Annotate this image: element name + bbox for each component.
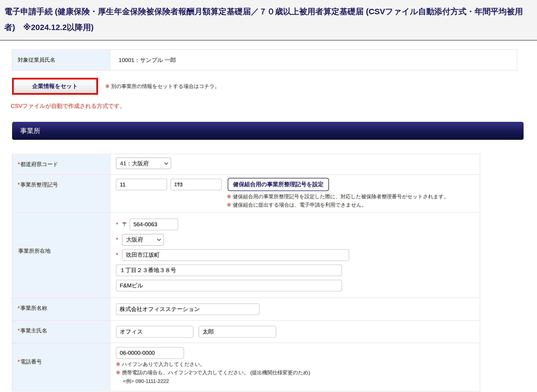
note-asterisk-mark: ※ <box>105 83 110 89</box>
required-mark: * <box>18 359 20 365</box>
employee-name-cell: 10001：サンプル 一郎 <box>110 50 517 70</box>
prefecture-code-select[interactable]: 41：大阪府 <box>116 157 171 169</box>
chevron-down-icon <box>157 237 161 241</box>
section-title: 事業所 <box>20 126 40 135</box>
highlight-frame: 企業情報をセット <box>12 78 98 95</box>
page-title: 電子申請手続 (健康保険・厚生年金保険被保険者報酬月額算定基礎届／７０歳以上被用… <box>4 4 528 35</box>
postal-mark: 〒 <box>122 221 128 228</box>
postal-code-input[interactable] <box>130 219 178 230</box>
set-company-note-text: 別の事業所の情報をセットする場合はコチラ。 <box>111 83 220 89</box>
phone-label-text: 電話番号 <box>20 359 42 365</box>
address-prefecture-select[interactable]: 大阪府 <box>122 234 164 246</box>
prefecture-code-label-text: 都道府県コード <box>20 161 58 167</box>
address-city-input[interactable] <box>122 249 349 261</box>
office-code-cell: 健保組合用の事業所整理記号を設定 ※健保組合用の事業所整理記号を設定した際に、対… <box>110 175 480 212</box>
owner-first-name-input[interactable] <box>199 326 276 338</box>
office-address-cell: * 〒 * 大阪府 * <box>110 213 480 298</box>
prefecture-code-cell: 41：大阪府 <box>110 154 480 174</box>
set-company-row: 企業情報をセット ※別の事業所の情報をセットする場合はコチラ。 <box>12 78 524 95</box>
address-building-input[interactable] <box>116 280 342 291</box>
office-name-input[interactable] <box>116 303 260 315</box>
office-form-table: *都道府県コード 41：大阪府 *事業所整理記号 <box>12 154 480 391</box>
address-city-line: * <box>116 249 474 261</box>
phone-label: *電話番号 <box>12 343 110 391</box>
set-company-note: ※別の事業所の情報をセットする場合はコチラ。 <box>105 83 220 90</box>
office-name-cell <box>110 298 480 320</box>
note-asterisk-mark: ※ <box>116 370 120 375</box>
required-mark: * <box>18 305 20 311</box>
office-name-row: *事業所名称 <box>12 298 480 320</box>
office-name-label-text: 事業所名称 <box>20 305 47 311</box>
prefecture-code-label: *都道府県コード <box>12 154 110 174</box>
required-mark: * <box>18 182 20 188</box>
phone-notes: ※ハイフンありで入力してください。 ※携帯電話の場合も、ハイフン2つで入力してく… <box>116 360 474 385</box>
office-code-note-2: ※健保組合に提出する場合は、電子申請を利用できません。 <box>227 201 474 209</box>
phone-note-1: ※ハイフンありで入力してください。 <box>116 360 474 368</box>
employee-name-value: 10001：サンプル 一郎 <box>119 56 176 64</box>
owner-name-label-text: 事業主氏名 <box>20 328 47 334</box>
office-code-input-1[interactable] <box>116 179 167 190</box>
address-street-input[interactable] <box>116 265 342 276</box>
phone-example: <例> 090-1111-2222 <box>116 377 474 385</box>
employee-row: 対象従業員氏名 10001：サンプル 一郎 <box>12 50 517 70</box>
address-building-line <box>116 280 474 291</box>
employee-name-label: 対象従業員氏名 <box>12 50 110 70</box>
required-mark: * <box>116 221 122 228</box>
owner-name-cell <box>110 321 480 343</box>
page-header: 電子申請手続 (健康保険・厚生年金保険被保険者報酬月額算定基礎届／７０歳以上被用… <box>0 0 537 41</box>
office-code-label: *事業所整理記号 <box>12 175 110 212</box>
set-company-info-button[interactable]: 企業情報をセット <box>14 79 96 93</box>
main-content: 対象従業員氏名 10001：サンプル 一郎 企業情報をセット ※別の事業所の情報… <box>0 49 537 392</box>
required-mark: * <box>18 328 20 334</box>
prefecture-code-row: *都道府県コード 41：大阪府 <box>12 154 480 174</box>
office-address-label: 事業所所在地 <box>12 213 110 298</box>
page: 電子申請手続 (健康保険・厚生年金保険被保険者報酬月額算定基礎届／７０歳以上被用… <box>0 0 537 392</box>
phone-cell: ※ハイフンありで入力してください。 ※携帯電話の場合も、ハイフン2つで入力してく… <box>110 343 480 391</box>
address-prefecture-line: * 大阪府 <box>116 234 474 246</box>
office-code-row: *事業所整理記号 健保組合用の事業所整理記号を設定 ※健保組合用の事業所整理記号… <box>12 174 480 212</box>
required-mark: * <box>18 161 20 167</box>
office-code-notes: ※健保組合用の事業所整理記号を設定した際に、対応した被保険者整理番号がセットされ… <box>227 193 474 209</box>
set-kenpo-office-code-button[interactable]: 健保組合用の事業所整理記号を設定 <box>228 178 329 191</box>
required-mark: * <box>116 236 122 243</box>
note-asterisk-mark: ※ <box>227 194 231 199</box>
note-asterisk-mark: ※ <box>227 202 231 208</box>
phone-row: *電話番号 ※ハイフンありで入力してください。 ※携帯電話の場合も、ハイフン2つ… <box>12 343 480 391</box>
owner-name-label: *事業主氏名 <box>12 321 110 343</box>
required-mark: * <box>116 252 122 258</box>
office-code-label-text: 事業所整理記号 <box>20 182 58 188</box>
owner-name-row: *事業主氏名 <box>12 320 480 343</box>
note-asterisk-mark: ※ <box>116 361 120 367</box>
postal-code-line: * 〒 <box>116 219 474 230</box>
phone-note-2: ※携帯電話の場合も、ハイフン2つで入力してください。 (提出機関仕様変更のため) <box>116 369 474 376</box>
employee-table: 対象従業員氏名 10001：サンプル 一郎 <box>12 49 517 71</box>
address-street-line <box>116 265 474 276</box>
office-address-row: 事業所所在地 * 〒 * 大阪府 * <box>12 212 480 298</box>
office-code-note-1: ※健保組合用の事業所整理記号を設定した際に、対応した被保険者整理番号がセットされ… <box>227 193 474 200</box>
prefecture-code-selected-value: 41：大阪府 <box>120 160 149 167</box>
address-prefecture-selected-value: 大阪府 <box>126 236 143 243</box>
csv-auto-notice: CSVファイルが自動で作成される方式です。 <box>11 102 524 110</box>
office-code-input-2[interactable] <box>170 179 222 190</box>
owner-last-name-input[interactable] <box>116 326 193 338</box>
section-header-office: 事業所 <box>12 122 524 140</box>
phone-input[interactable] <box>116 347 184 359</box>
office-name-label: *事業所名称 <box>12 298 110 320</box>
chevron-down-icon <box>164 161 168 164</box>
